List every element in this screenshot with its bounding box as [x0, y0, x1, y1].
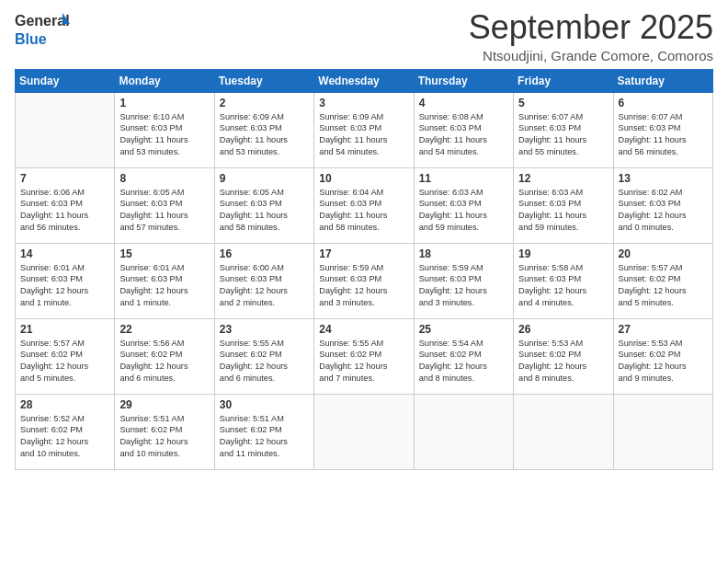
calendar-cell: 3Sunrise: 6:09 AMSunset: 6:03 PMDaylight…: [314, 92, 414, 167]
calendar-cell: 19Sunrise: 5:58 AMSunset: 6:03 PMDayligh…: [514, 243, 613, 318]
cell-info: Sunrise: 6:04 AMSunset: 6:03 PMDaylight:…: [319, 187, 408, 235]
cell-info: Sunrise: 5:51 AMSunset: 6:02 PMDaylight:…: [220, 413, 309, 461]
day-number: 29: [119, 398, 209, 411]
month-title: September 2025: [469, 9, 713, 46]
day-number: 16: [220, 247, 309, 260]
cell-info: Sunrise: 5:51 AMSunset: 6:02 PMDaylight:…: [119, 413, 209, 461]
day-number: 25: [419, 323, 508, 336]
day-number: 14: [20, 247, 109, 260]
calendar-day-header: Friday: [514, 69, 613, 92]
day-number: 1: [119, 97, 209, 109]
cell-info: Sunrise: 5:56 AMSunset: 6:02 PMDaylight:…: [119, 338, 209, 385]
calendar-day-header: Wednesday: [314, 69, 414, 92]
calendar-cell: 1Sunrise: 6:10 AMSunset: 6:03 PMDaylight…: [115, 92, 214, 167]
day-number: 17: [319, 247, 408, 260]
calendar-cell: 16Sunrise: 6:00 AMSunset: 6:03 PMDayligh…: [214, 243, 313, 318]
calendar-cell: 14Sunrise: 6:01 AMSunset: 6:03 PMDayligh…: [16, 243, 115, 318]
day-number: 6: [619, 97, 708, 109]
day-number: 4: [419, 97, 508, 109]
calendar-table: SundayMondayTuesdayWednesdayThursdayFrid…: [15, 69, 713, 470]
calendar-week-row: 1Sunrise: 6:10 AMSunset: 6:03 PMDaylight…: [16, 92, 713, 167]
header: GeneralBlue September 2025 Ntsoudjini, G…: [15, 9, 713, 63]
cell-info: Sunrise: 5:57 AMSunset: 6:02 PMDaylight:…: [20, 338, 109, 385]
day-number: 26: [518, 323, 608, 336]
day-number: 9: [220, 172, 309, 185]
day-number: 5: [518, 97, 608, 109]
day-number: 7: [20, 172, 109, 185]
calendar-week-row: 7Sunrise: 6:06 AMSunset: 6:03 PMDaylight…: [16, 167, 713, 243]
calendar-week-row: 14Sunrise: 6:01 AMSunset: 6:03 PMDayligh…: [16, 243, 713, 318]
calendar-cell: 7Sunrise: 6:06 AMSunset: 6:03 PMDaylight…: [16, 167, 115, 243]
calendar-cell: [514, 394, 613, 469]
cell-info: Sunrise: 6:03 AMSunset: 6:03 PMDaylight:…: [419, 187, 508, 235]
calendar-cell: 24Sunrise: 5:55 AMSunset: 6:02 PMDayligh…: [314, 318, 414, 394]
cell-info: Sunrise: 5:53 AMSunset: 6:02 PMDaylight:…: [518, 338, 608, 385]
day-number: 12: [518, 172, 608, 185]
cell-info: Sunrise: 5:58 AMSunset: 6:03 PMDaylight:…: [518, 262, 608, 310]
calendar-cell: [16, 92, 115, 167]
calendar-week-row: 28Sunrise: 5:52 AMSunset: 6:02 PMDayligh…: [16, 394, 713, 469]
calendar-cell: 8Sunrise: 6:05 AMSunset: 6:03 PMDaylight…: [115, 167, 214, 243]
logo-svg: GeneralBlue: [15, 9, 70, 50]
cell-info: Sunrise: 6:06 AMSunset: 6:03 PMDaylight:…: [20, 187, 109, 235]
svg-text:Blue: Blue: [15, 31, 47, 47]
calendar-cell: 4Sunrise: 6:08 AMSunset: 6:03 PMDaylight…: [414, 92, 513, 167]
calendar-week-row: 21Sunrise: 5:57 AMSunset: 6:02 PMDayligh…: [16, 318, 713, 394]
calendar-cell: 26Sunrise: 5:53 AMSunset: 6:02 PMDayligh…: [514, 318, 613, 394]
calendar-cell: 13Sunrise: 6:02 AMSunset: 6:03 PMDayligh…: [613, 167, 712, 243]
day-number: 3: [319, 97, 408, 109]
calendar-cell: 9Sunrise: 6:05 AMSunset: 6:03 PMDaylight…: [214, 167, 313, 243]
day-number: 28: [20, 398, 109, 411]
calendar-cell: 18Sunrise: 5:59 AMSunset: 6:03 PMDayligh…: [414, 243, 513, 318]
svg-text:General: General: [15, 13, 70, 29]
cell-info: Sunrise: 6:03 AMSunset: 6:03 PMDaylight:…: [518, 187, 608, 235]
day-number: 21: [20, 323, 109, 336]
day-number: 30: [220, 398, 309, 411]
location-title: Ntsoudjini, Grande Comore, Comoros: [469, 48, 713, 63]
cell-info: Sunrise: 6:00 AMSunset: 6:03 PMDaylight:…: [220, 262, 309, 310]
day-number: 2: [220, 97, 309, 109]
day-number: 13: [619, 172, 708, 185]
day-number: 11: [419, 172, 508, 185]
day-number: 15: [119, 247, 209, 260]
cell-info: Sunrise: 6:05 AMSunset: 6:03 PMDaylight:…: [119, 187, 209, 235]
page: GeneralBlue September 2025 Ntsoudjini, G…: [0, 0, 728, 563]
calendar-cell: 30Sunrise: 5:51 AMSunset: 6:02 PMDayligh…: [214, 394, 313, 469]
calendar-day-header: Tuesday: [214, 69, 313, 92]
logo: GeneralBlue: [15, 9, 70, 50]
day-number: 23: [220, 323, 309, 336]
cell-info: Sunrise: 6:02 AMSunset: 6:03 PMDaylight:…: [619, 187, 708, 235]
calendar-cell: [613, 394, 712, 469]
calendar-day-header: Monday: [115, 69, 214, 92]
day-number: 24: [319, 323, 408, 336]
calendar-day-header: Saturday: [613, 69, 712, 92]
day-number: 20: [619, 247, 708, 260]
cell-info: Sunrise: 5:55 AMSunset: 6:02 PMDaylight:…: [319, 338, 408, 385]
day-number: 8: [119, 172, 209, 185]
cell-info: Sunrise: 5:59 AMSunset: 6:03 PMDaylight:…: [419, 262, 508, 310]
cell-info: Sunrise: 6:08 AMSunset: 6:03 PMDaylight:…: [419, 111, 508, 159]
calendar-cell: 22Sunrise: 5:56 AMSunset: 6:02 PMDayligh…: [115, 318, 214, 394]
calendar-cell: 6Sunrise: 6:07 AMSunset: 6:03 PMDaylight…: [613, 92, 712, 167]
calendar-cell: 10Sunrise: 6:04 AMSunset: 6:03 PMDayligh…: [314, 167, 414, 243]
calendar-cell: 12Sunrise: 6:03 AMSunset: 6:03 PMDayligh…: [514, 167, 613, 243]
calendar-cell: 11Sunrise: 6:03 AMSunset: 6:03 PMDayligh…: [414, 167, 513, 243]
cell-info: Sunrise: 6:05 AMSunset: 6:03 PMDaylight:…: [220, 187, 309, 235]
day-number: 10: [319, 172, 408, 185]
calendar-cell: 27Sunrise: 5:53 AMSunset: 6:02 PMDayligh…: [613, 318, 712, 394]
cell-info: Sunrise: 6:10 AMSunset: 6:03 PMDaylight:…: [119, 111, 209, 159]
cell-info: Sunrise: 5:59 AMSunset: 6:03 PMDaylight:…: [319, 262, 408, 310]
cell-info: Sunrise: 5:55 AMSunset: 6:02 PMDaylight:…: [220, 338, 309, 385]
calendar-cell: 21Sunrise: 5:57 AMSunset: 6:02 PMDayligh…: [16, 318, 115, 394]
cell-info: Sunrise: 5:52 AMSunset: 6:02 PMDaylight:…: [20, 413, 109, 461]
day-number: 22: [119, 323, 209, 336]
calendar-cell: [414, 394, 513, 469]
cell-info: Sunrise: 5:57 AMSunset: 6:02 PMDaylight:…: [619, 262, 708, 310]
day-number: 27: [619, 323, 708, 336]
calendar-header-row: SundayMondayTuesdayWednesdayThursdayFrid…: [16, 69, 713, 92]
calendar-cell: 29Sunrise: 5:51 AMSunset: 6:02 PMDayligh…: [115, 394, 214, 469]
calendar-cell: 2Sunrise: 6:09 AMSunset: 6:03 PMDaylight…: [214, 92, 313, 167]
calendar-day-header: Sunday: [16, 69, 115, 92]
calendar-cell: 25Sunrise: 5:54 AMSunset: 6:02 PMDayligh…: [414, 318, 513, 394]
cell-info: Sunrise: 6:09 AMSunset: 6:03 PMDaylight:…: [220, 111, 309, 159]
